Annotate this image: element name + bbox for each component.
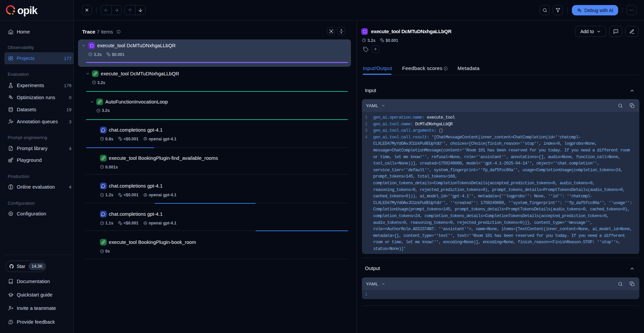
svg-text:opik: opik	[17, 5, 38, 16]
